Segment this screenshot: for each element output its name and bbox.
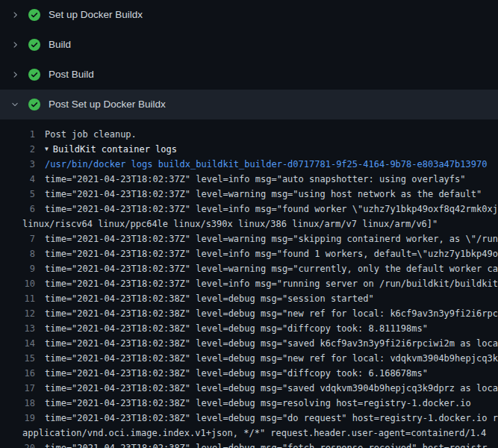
log-line[interactable]: application/vnd.oci.image.index.v1+json,…: [0, 426, 498, 441]
step-label: Set up Docker Buildx: [49, 9, 143, 21]
step-label: Post Set up Docker Buildx: [49, 99, 166, 111]
group-toggle-icon[interactable]: ▼: [35, 142, 49, 157]
log-line-number[interactable]: 16: [0, 366, 35, 381]
log-line[interactable]: 7 time="2021-04-23T18:02:37Z" level=warn…: [0, 231, 498, 246]
success-check-icon: [28, 39, 40, 51]
log-line-text: application/vnd.oci.image.index.v1+json,…: [22, 426, 486, 441]
log-line-text: /usr/bin/docker logs buildx_buildkit_bui…: [35, 157, 487, 172]
log-console: 1 Post job cleanup. 2 ▼ BuildKit contain…: [0, 119, 498, 448]
log-line-text: time="2021-04-23T18:02:37Z" level=info m…: [35, 276, 498, 291]
log-line-number[interactable]: 9: [0, 261, 35, 276]
log-line[interactable]: 17 time="2021-04-23T18:02:38Z" level=deb…: [0, 381, 498, 396]
log-line-number[interactable]: 20: [0, 441, 35, 448]
log-line[interactable]: 6 time="2021-04-23T18:02:37Z" level=info…: [0, 202, 498, 217]
log-line-text: BuildKit container logs: [49, 142, 177, 157]
chevron-right-icon: [10, 69, 20, 81]
log-line-text: time="2021-04-23T18:02:38Z" level=debug …: [35, 411, 498, 426]
log-line-number[interactable]: 10: [0, 276, 35, 291]
log-line[interactable]: linux/riscv64 linux/ppc64le linux/s390x …: [0, 217, 498, 231]
step-post-build[interactable]: Post Build: [0, 60, 498, 90]
log-line[interactable]: 10 time="2021-04-23T18:02:37Z" level=inf…: [0, 276, 498, 291]
log-line-text: time="2021-04-23T18:02:37Z" level=warnin…: [35, 261, 498, 276]
actions-log-viewer: Set up Docker Buildx Build Post Build: [0, 0, 498, 448]
log-line[interactable]: 1 Post job cleanup.: [0, 127, 498, 142]
log-line[interactable]: 15 time="2021-04-23T18:02:38Z" level=deb…: [0, 351, 498, 366]
log-line[interactable]: 16 time="2021-04-23T18:02:38Z" level=deb…: [0, 366, 498, 381]
log-line-text: time="2021-04-23T18:02:37Z" level=warnin…: [35, 231, 498, 246]
log-line-number[interactable]: 7: [0, 231, 35, 246]
log-line[interactable]: 11 time="2021-04-23T18:02:38Z" level=deb…: [0, 291, 498, 306]
log-line-number[interactable]: 2: [0, 142, 35, 157]
log-line[interactable]: 2 ▼ BuildKit container logs: [0, 142, 498, 157]
log-line-text: time="2021-04-23T18:02:38Z" level=debug …: [35, 396, 471, 411]
log-line-number[interactable]: 1: [0, 127, 35, 142]
log-line-text: time="2021-04-23T18:02:38Z" level=debug …: [35, 336, 498, 351]
log-line-text: time="2021-04-23T18:02:38Z" level=debug …: [35, 291, 374, 306]
log-line-text: Post job cleanup.: [35, 127, 137, 142]
log-line[interactable]: 12 time="2021-04-23T18:02:38Z" level=deb…: [0, 306, 498, 321]
steps-list: Set up Docker Buildx Build Post Build: [0, 0, 498, 119]
step-set-up-docker-buildx[interactable]: Set up Docker Buildx: [0, 0, 498, 30]
success-check-icon: [28, 99, 40, 111]
log-line[interactable]: 8 time="2021-04-23T18:02:37Z" level=info…: [0, 246, 498, 261]
log-line[interactable]: 13 time="2021-04-23T18:02:38Z" level=deb…: [0, 321, 498, 336]
log-line-text: time="2021-04-23T18:02:37Z" level=warnin…: [35, 187, 482, 202]
log-line-text: time="2021-04-23T18:02:38Z" level=debug …: [35, 381, 498, 396]
step-post-set-up-docker-buildx[interactable]: Post Set up Docker Buildx: [0, 90, 498, 119]
log-line-text: time="2021-04-23T18:02:38Z" level=debug …: [35, 321, 428, 336]
log-line-text: time="2021-04-23T18:02:38Z" level=debug …: [35, 366, 428, 381]
log-line-number[interactable]: 8: [0, 246, 35, 261]
log-line-number[interactable]: 11: [0, 291, 35, 306]
chevron-right-icon: [10, 39, 20, 51]
log-line-number[interactable]: 4: [0, 172, 35, 187]
success-check-icon: [28, 9, 40, 21]
log-line-text: linux/riscv64 linux/ppc64le linux/s390x …: [22, 217, 438, 231]
success-check-icon: [28, 69, 40, 81]
log-line-number[interactable]: 13: [0, 321, 35, 336]
step-build[interactable]: Build: [0, 30, 498, 60]
log-line-text: time="2021-04-23T18:02:37Z" level=info m…: [35, 246, 498, 261]
log-line-number[interactable]: 5: [0, 187, 35, 202]
log-line-text: time="2021-04-23T18:02:38Z" level=debug …: [35, 306, 498, 321]
step-label: Post Build: [49, 69, 94, 81]
chevron-right-icon: [10, 9, 20, 21]
log-line[interactable]: 4 time="2021-04-23T18:02:37Z" level=info…: [0, 172, 498, 187]
log-line-number[interactable]: 15: [0, 351, 35, 366]
log-line-number[interactable]: 6: [0, 202, 35, 217]
log-line-number[interactable]: 3: [0, 157, 35, 172]
log-line-number[interactable]: 18: [0, 396, 35, 411]
log-line[interactable]: 18 time="2021-04-23T18:02:38Z" level=deb…: [0, 396, 498, 411]
chevron-down-icon: [10, 99, 20, 111]
log-line-number[interactable]: 12: [0, 306, 35, 321]
log-line-text: time="2021-04-23T18:02:37Z" level=info m…: [35, 172, 466, 187]
log-line-text: time="2021-04-23T18:02:38Z" level=debug …: [35, 351, 498, 366]
step-label: Build: [49, 39, 71, 51]
log-line[interactable]: 9 time="2021-04-23T18:02:37Z" level=warn…: [0, 261, 498, 276]
log-line-text: time="2021-04-23T18:02:37Z" level=info m…: [35, 202, 498, 217]
log-line[interactable]: 20 time="2021-04-23T18:02:38Z" level=deb…: [0, 441, 498, 448]
log-line[interactable]: 3 /usr/bin/docker logs buildx_buildkit_b…: [0, 157, 498, 172]
log-line[interactable]: 19 time="2021-04-23T18:02:38Z" level=deb…: [0, 411, 498, 426]
log-line-number[interactable]: 14: [0, 336, 35, 351]
log-line-text: time="2021-04-23T18:02:38Z" level=debug …: [35, 441, 487, 448]
log-line[interactable]: 14 time="2021-04-23T18:02:38Z" level=deb…: [0, 336, 498, 351]
log-line-number[interactable]: 17: [0, 381, 35, 396]
log-line-number[interactable]: 19: [0, 411, 35, 426]
log-line[interactable]: 5 time="2021-04-23T18:02:37Z" level=warn…: [0, 187, 498, 202]
